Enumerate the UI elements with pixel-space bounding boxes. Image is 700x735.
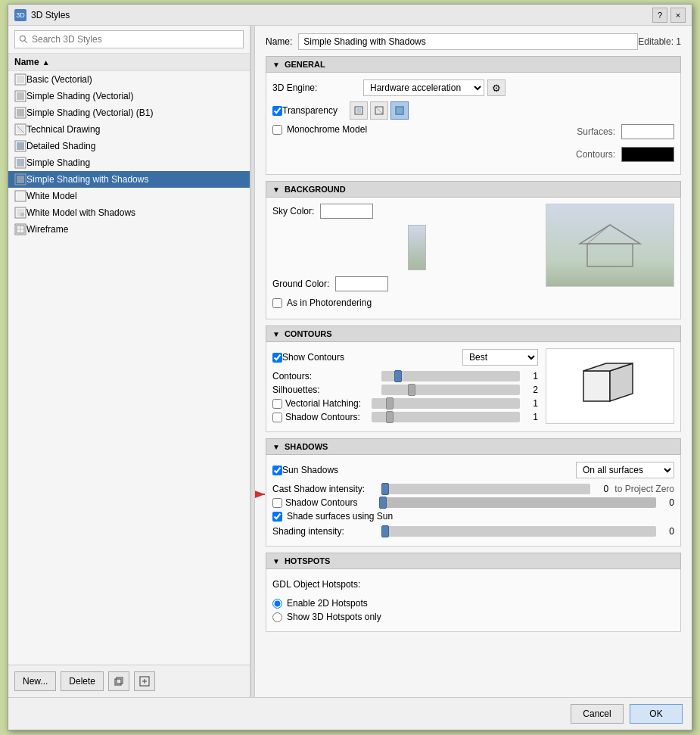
collapse-arrow-shadows: ▼ — [272, 443, 280, 451]
section-header-contours[interactable]: ▼ CONTOURS — [266, 325, 681, 342]
contours-color-swatch[interactable] — [621, 147, 674, 162]
contours-content: Show Contours Best Fast Very Fast Contou… — [272, 348, 674, 425]
list-item-simple-shading-shadows[interactable]: Simple Shading with Shadows — [8, 171, 250, 188]
svg-line-38 — [610, 225, 640, 244]
gdl-hotspots-row: GDL Object Hotspots: — [272, 575, 674, 593]
transparency-mode-3-icon — [394, 105, 405, 116]
list-item-basic-vectorial[interactable]: Basic (Vectorial) — [8, 71, 250, 88]
ground-color-swatch[interactable] — [335, 276, 388, 291]
as-photorendering-checkbox[interactable] — [272, 298, 282, 308]
silhouettes-slider-row: Silhouettes: 2 — [272, 385, 538, 395]
list-item-wireframe[interactable]: Wireframe — [8, 221, 250, 238]
transparency-label: Transparency — [282, 105, 338, 116]
shadow-contours-slider-row: Shadow Contours: 1 — [272, 412, 538, 422]
style-icon-technical-drawing — [14, 123, 26, 135]
section-title-contours: CONTOURS — [285, 329, 332, 338]
shading-intensity-value: 0 — [659, 526, 674, 537]
enable-2d-radio[interactable] — [272, 599, 282, 609]
section-body-background: Sky Color: Ground Color: — [266, 198, 681, 319]
search-input[interactable] — [14, 30, 244, 48]
style-list: Basic (Vectorial) Simple Shading (Vector… — [8, 71, 250, 238]
contours-quality-select[interactable]: Best Fast Very Fast — [462, 349, 538, 366]
shading-intensity-slider[interactable] — [381, 526, 656, 537]
style-icon-white-model-shadows — [14, 207, 26, 219]
svg-rect-12 — [17, 159, 24, 167]
section-header-shadows[interactable]: ▼ SHADOWS — [266, 438, 681, 455]
style-icon-simple-shading — [14, 157, 26, 169]
monochrome-row: Monochrome Model — [272, 124, 547, 135]
monochrome-checkbox[interactable] — [272, 125, 282, 135]
sun-shadows-checkbox[interactable] — [272, 466, 282, 475]
gdl-hotspots-label: GDL Object Hotspots: — [272, 579, 360, 590]
sky-color-swatch[interactable] — [320, 204, 373, 219]
surfaces-color-swatch[interactable] — [621, 124, 674, 139]
transparency-checkbox[interactable] — [272, 106, 282, 116]
sun-shadows-select[interactable]: On all surfaces On ground only Off — [576, 462, 674, 478]
shadow-contours-checkbox[interactable] — [272, 413, 282, 422]
sun-shadows-row: Sun Shadows On all surfaces On ground on… — [272, 461, 674, 479]
list-item-label-simple-shading-shadows: Simple Shading with Shadows — [26, 174, 148, 185]
surfaces-label: Surfaces: — [555, 126, 615, 137]
list-item-simple-shading-vectorial[interactable]: Simple Shading (Vectorial) — [8, 88, 250, 104]
silhouettes-slider-value: 2 — [523, 385, 538, 395]
transparency-icon-btn-1[interactable] — [350, 101, 368, 120]
vectorial-hatching-slider-row: Vectorial Hatching: 1 — [272, 398, 538, 409]
list-item-white-model[interactable]: White Model — [8, 188, 250, 204]
surfaces-color-row: Surfaces: — [555, 124, 674, 139]
ok-button[interactable]: OK — [630, 704, 683, 724]
list-item-white-model-shadows[interactable]: White Model with Shadows — [8, 204, 250, 221]
export-button[interactable] — [134, 671, 155, 691]
background-preview — [546, 204, 674, 287]
list-item-simple-shading-vectorial-b1[interactable]: Simple Shading (Vectorial) (B1) — [8, 104, 250, 121]
svg-marker-39 — [583, 371, 610, 401]
sky-color-row: Sky Color: — [272, 204, 538, 219]
shadow-contours-shadows-checkbox[interactable] — [272, 498, 282, 508]
delete-button[interactable]: Delete — [61, 671, 104, 691]
list-item-technical-drawing[interactable]: Technical Drawing — [8, 121, 250, 138]
section-header-background[interactable]: ▼ BACKGROUND — [266, 181, 681, 198]
shadows-contours-row: Shadow Contours 0 — [272, 497, 674, 508]
vectorial-hatching-slider[interactable] — [372, 398, 520, 409]
shadow-contours-shadows-label: Shadow Contours — [285, 497, 376, 508]
name-input[interactable] — [298, 33, 638, 50]
duplicate-button[interactable] — [108, 671, 129, 691]
silhouettes-slider[interactable] — [381, 385, 520, 395]
shade-surfaces-checkbox[interactable] — [272, 512, 282, 522]
shadow-contours-slider[interactable] — [372, 412, 520, 422]
show-contours-row: Show Contours Best Fast Very Fast — [272, 348, 538, 366]
vectorial-hatching-checkbox[interactable] — [272, 399, 282, 409]
engine-label: 3D Engine: — [272, 83, 363, 93]
show-3d-hotspots-row: Show 3D Hotspots only — [272, 612, 674, 622]
section-hotspots: ▼ HOTSPOTS GDL Object Hotspots: Enable 2… — [266, 553, 681, 632]
list-item-detailed-shading[interactable]: Detailed Shading — [8, 138, 250, 154]
shadow-contours-shadows-slider[interactable] — [379, 497, 656, 508]
svg-rect-36 — [587, 244, 633, 266]
duplicate-icon — [114, 676, 124, 687]
help-button[interactable]: ? — [652, 8, 667, 23]
show-3d-radio[interactable] — [272, 612, 282, 622]
cancel-button[interactable]: Cancel — [571, 704, 624, 724]
transparency-icon-btn-2[interactable] — [370, 101, 388, 120]
transparency-icon-btn-3[interactable] — [390, 101, 409, 120]
contours-preview — [546, 348, 674, 424]
svg-rect-14 — [17, 176, 24, 183]
cast-shadow-slider[interactable] — [381, 484, 590, 494]
dialog-body: Name ▲ Basic (Vectorial) — [8, 26, 692, 697]
section-body-contours: Show Contours Best Fast Very Fast Contou… — [266, 342, 681, 432]
new-button[interactable]: New... — [14, 671, 56, 691]
vectorial-hatching-label: Vectorial Hatching: — [285, 398, 369, 409]
background-preview-house-svg — [576, 221, 644, 270]
contours-slider[interactable] — [381, 371, 520, 382]
close-button[interactable]: × — [670, 8, 686, 23]
section-header-general[interactable]: ▼ GENERAL — [266, 56, 681, 73]
style-icon-basic-vectorial — [14, 73, 26, 86]
cast-shadow-annotation-container: Cast Shadow intensity: 0 to Project Zero — [272, 484, 674, 494]
engine-select[interactable]: Hardware acceleration Software — [363, 79, 484, 96]
enable-2d-hotspots-row: Enable 2D Hotspots — [272, 598, 674, 609]
show-contours-checkbox[interactable] — [272, 353, 282, 363]
cast-shadow-value: 0 — [593, 484, 608, 494]
list-item-simple-shading[interactable]: Simple Shading — [8, 154, 250, 171]
section-header-hotspots[interactable]: ▼ HOTSPOTS — [266, 553, 681, 569]
engine-settings-button[interactable]: ⚙ — [487, 79, 506, 96]
section-contours: ▼ CONTOURS Show Contours Best Fa — [266, 325, 681, 432]
